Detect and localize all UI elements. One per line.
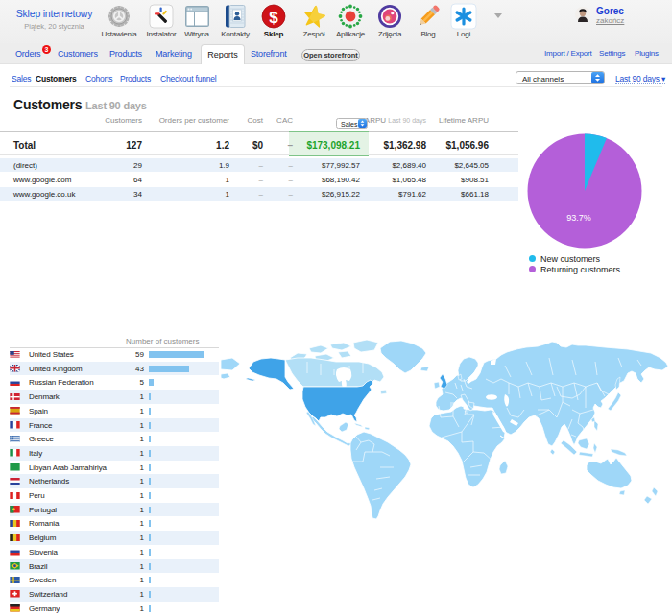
svg-text:$: $ (269, 9, 278, 27)
svg-text:93.7%: 93.7% (566, 213, 591, 223)
